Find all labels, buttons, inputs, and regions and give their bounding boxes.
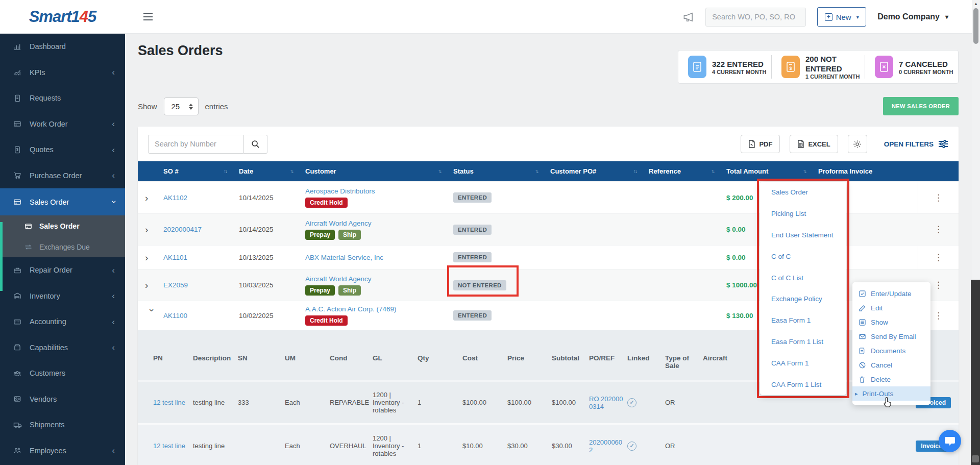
- row-actions-button[interactable]: ⋮: [930, 222, 947, 237]
- expand-row-chevron[interactable]: ›: [145, 280, 159, 290]
- printouts-item-c-of-c-list[interactable]: C of C List: [760, 267, 846, 288]
- sidebar-item-shipments[interactable]: Shipments: [0, 412, 125, 438]
- file-dollar-icon: [13, 146, 22, 154]
- sidebar-item-vendors[interactable]: Vendors: [0, 386, 125, 412]
- po-ref-link[interactable]: RO 2020000314: [589, 395, 623, 410]
- prepay-badge: Prepay: [305, 230, 335, 240]
- collapse-row-chevron[interactable]: ›: [148, 308, 157, 323]
- company-menu[interactable]: Demo Company ▾: [877, 12, 948, 21]
- printouts-item-caa-form-1[interactable]: CAA Form 1: [760, 352, 846, 374]
- actions-item-print-outs[interactable]: ▸ Print-Outs: [852, 386, 930, 401]
- printouts-item-end-user-statement[interactable]: End User Statement: [760, 225, 846, 246]
- printouts-item-c-of-c[interactable]: C of C: [760, 246, 846, 267]
- sort-icon[interactable]: ↑↓: [633, 168, 636, 174]
- line-column-gl: GL: [369, 354, 413, 380]
- so-number-link[interactable]: AK1102: [163, 194, 187, 202]
- sidebar-item-dashboard[interactable]: Dashboard: [0, 34, 125, 60]
- column-header-total-amount[interactable]: Total Amount↑↓: [722, 167, 814, 175]
- row-actions-button[interactable]: ⋮: [930, 190, 947, 205]
- column-header-so[interactable]: SO #↑↓: [159, 167, 235, 175]
- row-actions-button[interactable]: ⋮: [930, 308, 947, 323]
- customer-link[interactable]: ABX Material Service, Inc: [305, 254, 383, 261]
- announcements-icon[interactable]: [682, 11, 694, 23]
- filters-sliders-icon: [938, 140, 948, 148]
- sidebar-item-employees[interactable]: Employees ‹: [0, 438, 125, 464]
- so-number-link[interactable]: EX2059: [163, 281, 188, 289]
- page-size-value: 25: [172, 102, 180, 111]
- sidebar-item-work-order[interactable]: Work Order ‹: [0, 111, 125, 137]
- sidebar-item-requests[interactable]: Requests: [0, 85, 125, 111]
- chat-launcher-button[interactable]: [939, 430, 961, 452]
- so-number-link[interactable]: AK1100: [163, 312, 187, 320]
- total-amount: $ 1000.00: [726, 281, 757, 289]
- actions-item-cancel[interactable]: Cancel: [852, 358, 930, 372]
- actions-item-edit[interactable]: Edit: [852, 301, 930, 315]
- column-header-reference[interactable]: Reference↑↓: [645, 167, 722, 175]
- scrollbar-thumb[interactable]: [973, 8, 978, 44]
- column-header-status[interactable]: Status↑↓: [449, 167, 546, 175]
- expand-row-chevron[interactable]: ›: [145, 193, 159, 203]
- search-button[interactable]: [244, 135, 267, 154]
- actions-item-send-by-email[interactable]: Send By Email: [852, 329, 930, 344]
- number-search-input[interactable]: [148, 135, 244, 154]
- open-filters-button[interactable]: OPEN FILTERS: [884, 140, 948, 148]
- customer-link[interactable]: Aircraft World Agency: [305, 219, 372, 227]
- sidebar-item-kpis[interactable]: KPIs ‹: [0, 60, 125, 86]
- customer-link[interactable]: A.A.C. Action Air Corp. (7469): [305, 305, 397, 313]
- sort-icon[interactable]: ↑↓: [290, 168, 293, 174]
- printouts-item-easa-form-1-list[interactable]: Easa Form 1 List: [760, 331, 846, 353]
- sort-icon[interactable]: ↑↓: [438, 168, 441, 174]
- sidebar-item-quotes[interactable]: Quotes ‹: [0, 137, 125, 163]
- trend-chart-icon: [13, 68, 22, 76]
- sidebar-subitem-sales-order[interactable]: Sales Order: [0, 215, 125, 236]
- actions-item-documents[interactable]: Documents: [852, 344, 930, 358]
- row-actions-button[interactable]: ⋮: [930, 278, 947, 292]
- sidebar-subitem-exchanges-due[interactable]: Exchanges Due: [0, 236, 125, 257]
- printouts-item-easa-form-1[interactable]: Easa Form 1: [760, 310, 846, 331]
- sidebar-item-inventory[interactable]: Inventory ‹: [0, 283, 125, 309]
- pn-link[interactable]: 12 test line: [153, 399, 185, 406]
- customer-link[interactable]: Aerospace Distributors: [305, 187, 375, 195]
- line-column-po-ref: PO/REF: [585, 354, 623, 380]
- global-search-input[interactable]: [705, 8, 806, 27]
- new-button[interactable]: + New ▾: [817, 7, 866, 27]
- sort-icon[interactable]: ↑↓: [535, 168, 538, 174]
- sidebar-item-accounting[interactable]: Accounting ‹: [0, 309, 125, 335]
- sort-icon[interactable]: ↑↓: [224, 168, 227, 174]
- row-actions-button[interactable]: ⋮: [930, 250, 947, 265]
- new-sales-order-button[interactable]: NEW SALES ORDER: [883, 97, 959, 115]
- sort-icon[interactable]: ↑↓: [803, 168, 806, 174]
- column-header-date[interactable]: Date↑↓: [235, 167, 301, 175]
- sort-icon[interactable]: ↑↓: [711, 168, 714, 174]
- actions-item-show[interactable]: Show: [852, 315, 930, 329]
- printouts-item-exchange-policy[interactable]: Exchange Policy: [760, 288, 846, 310]
- pn-link[interactable]: 12 test line: [153, 442, 185, 450]
- sidebar-item-sales-order[interactable]: Sales Order ‹: [0, 188, 125, 215]
- scroll-up-arrow[interactable]: ▲: [974, 2, 978, 6]
- actions-item-delete[interactable]: Delete: [852, 372, 930, 386]
- page-size-select[interactable]: 25: [164, 97, 199, 115]
- column-header-customer[interactable]: Customer↑↓: [301, 167, 449, 175]
- sidebar-item-capabilities[interactable]: Capabilities ‹: [0, 335, 125, 361]
- app-logo[interactable]: Smart 145: [0, 0, 125, 34]
- printouts-item-sales-order[interactable]: Sales Order: [760, 182, 846, 203]
- expand-row-chevron[interactable]: ›: [145, 225, 159, 234]
- printouts-item-picking-list[interactable]: Picking List: [760, 203, 846, 225]
- table-settings-button[interactable]: [848, 135, 867, 153]
- actions-item-enter-update[interactable]: Enter/Update: [852, 286, 930, 301]
- export-pdf-button[interactable]: PDF: [741, 135, 780, 153]
- so-number-link[interactable]: 2020000417: [163, 226, 202, 233]
- customer-link[interactable]: Aircraft World Agency: [305, 275, 372, 283]
- column-header-customer-po[interactable]: Customer PO#↑↓: [546, 167, 645, 175]
- expand-row-chevron[interactable]: ›: [145, 253, 159, 262]
- sidebar-item-label: KPIs: [30, 68, 45, 77]
- sidebar-item-repair-order[interactable]: Repair Order ‹: [0, 257, 125, 283]
- sidebar-toggle-button[interactable]: [143, 13, 153, 20]
- sidebar-item-customers[interactable]: Customers: [0, 360, 125, 386]
- printouts-item-caa-form-1-list[interactable]: CAA Form 1 List: [760, 374, 846, 395]
- so-number-link[interactable]: AK1101: [163, 254, 187, 261]
- scroll-corner: [972, 455, 979, 462]
- po-ref-link[interactable]: 2020000602: [589, 438, 622, 454]
- export-excel-button[interactable]: EXCEL: [790, 135, 838, 153]
- sidebar-item-purchase-order[interactable]: Purchase Order ‹: [0, 163, 125, 189]
